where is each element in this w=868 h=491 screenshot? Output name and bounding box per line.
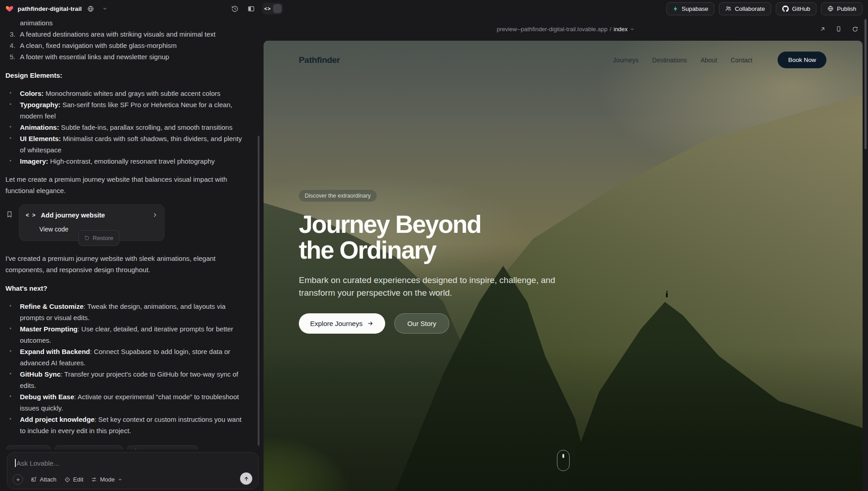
whats-next-heading: What's next? [5, 283, 250, 294]
explore-supabase-chip[interactable]: Explore Supabase [55, 445, 123, 449]
chat-input-box[interactable]: Attach Edit Mode [7, 452, 259, 489]
list-item: 3. A featured destinations area with str… [5, 28, 250, 40]
open-external-icon[interactable] [818, 25, 826, 33]
supabase-bolt-icon [673, 6, 679, 12]
refresh-icon[interactable] [851, 25, 859, 33]
restore-button[interactable]: Restore [84, 232, 113, 244]
list-item: 4. A clean, fixed navigation with subtle… [5, 40, 250, 51]
bookmark-icon[interactable] [6, 210, 13, 221]
scroll-indicator-mouse-icon [557, 450, 570, 471]
hero-subtitle: Embark on curated experiences designed t… [299, 274, 563, 299]
users-icon [725, 5, 731, 12]
arrow-right-icon [367, 320, 374, 327]
project-menu-chevron-down-icon[interactable] [100, 4, 110, 14]
book-now-button[interactable]: Book Now [778, 52, 826, 68]
preview-url[interactable]: preview--pathfinder-digital-trail.lovabl… [497, 26, 635, 33]
chat-scrollbar[interactable] [258, 136, 259, 446]
toggle-knob [273, 4, 282, 13]
bullet-item: • Master Prompting: Use clear, detailed,… [5, 323, 250, 346]
hiker-silhouette [666, 293, 668, 297]
visit-docs-chip[interactable]: Visit docs [6, 445, 51, 449]
design-elements-heading: Design Elements: [5, 70, 250, 81]
bullet-item: • Imagery: High-contrast, emotionally re… [5, 156, 250, 167]
attach-button[interactable]: Attach [31, 476, 57, 483]
ask-lovable-input[interactable] [17, 459, 207, 467]
mode-selector[interactable]: Mode [91, 476, 123, 483]
site-header: Pathfinder Journeys Destinations About C… [264, 41, 863, 68]
chat-panel: animations 3. A featured destinations ar… [0, 17, 264, 491]
bullet-item: • Colors: Monochromatic whites and grays… [5, 88, 250, 99]
bullet-item: • Expand with Backend: Connect Supabase … [5, 346, 250, 368]
assistant-paragraph: Let me create a premium journey website … [5, 174, 243, 196]
mobile-view-icon[interactable] [835, 25, 843, 33]
restore-preview-pill: Restore Preview [78, 230, 119, 246]
bullet-item: • Add project knowledge: Set key context… [5, 414, 250, 436]
project-name[interactable]: pathfinder-digital-trail [18, 5, 82, 12]
text-caret [15, 459, 16, 467]
site-logo[interactable]: Pathfinder [299, 55, 340, 65]
preview-toolbar: preview--pathfinder-digital-trail.lovabl… [264, 17, 868, 41]
graduation-cap-icon [132, 448, 139, 449]
bullet-item: • GitHub Sync: Transfer your project's c… [5, 368, 250, 391]
bullet-item: • Debug with Ease: Activate our experime… [5, 391, 250, 414]
arrow-up-right-icon [12, 449, 17, 449]
target-icon [64, 477, 71, 483]
bullet-item: • Refine & Customize: Tweak the design, … [5, 301, 250, 323]
edit-button[interactable]: Edit [64, 476, 83, 483]
nav-destinations[interactable]: Destinations [652, 57, 687, 64]
send-button[interactable] [240, 472, 252, 485]
code-brackets-icon: < > [26, 210, 36, 221]
nav-journeys[interactable]: Journeys [613, 57, 639, 64]
restore-icon [84, 235, 90, 241]
chevron-down-icon [118, 477, 123, 482]
chevron-down-icon [630, 27, 635, 32]
publish-button[interactable]: Publish [821, 2, 863, 15]
arrow-up-icon [243, 476, 250, 482]
sliders-icon [91, 477, 97, 483]
site-preview-frame: Pathfinder Journeys Destinations About C… [264, 41, 863, 491]
manage-knowledge-chip[interactable]: Manage knowledge [127, 445, 198, 449]
image-icon [31, 477, 37, 483]
hero-title: Journey Beyond the Ordinary [299, 212, 563, 263]
panel-layout-icon[interactable] [246, 4, 256, 14]
list-item: 5. A footer with essential links and new… [5, 51, 250, 62]
code-view-toggle[interactable]: <> [262, 3, 283, 14]
history-icon[interactable] [230, 4, 240, 14]
chevron-right-icon[interactable] [152, 210, 158, 221]
globe-status-icon [86, 4, 96, 14]
nav-contact[interactable]: Contact [731, 57, 752, 64]
app-topbar: pathfinder-digital-trail <> Sup [0, 0, 868, 17]
bullet-item: • Typography: San-serif fonts like SF Pr… [5, 99, 250, 122]
hero-section: Discover the extraordinary Journey Beyon… [299, 190, 563, 334]
code-brackets-icon: <> [262, 6, 273, 11]
github-icon [782, 5, 789, 12]
supabase-button[interactable]: Supabase [666, 2, 715, 15]
plus-icon [15, 477, 21, 482]
preview-scrollbar[interactable] [864, 19, 867, 149]
lovable-app-window: pathfinder-digital-trail <> Sup [0, 0, 868, 491]
chat-bubble-icon [60, 449, 66, 450]
our-story-button[interactable]: Our Story [394, 313, 449, 334]
chat-message-area[interactable]: animations 3. A featured destinations ar… [0, 17, 259, 449]
lovable-heart-logo-icon[interactable] [5, 5, 14, 13]
action-card-title: Add journey website [41, 210, 147, 221]
assistant-paragraph: I've created a premium journey website w… [5, 253, 243, 275]
bullet-item: • Animations: Subtle fade-ins, parallax … [5, 122, 250, 133]
edit-action-card[interactable]: < > Add journey website View code Restor… [19, 204, 165, 241]
nav-about[interactable]: About [701, 57, 717, 64]
add-button[interactable] [13, 474, 23, 485]
hero-badge: Discover the extraordinary [299, 190, 377, 202]
site-nav: Journeys Destinations About Contact Book… [613, 52, 826, 68]
bullet-item: • UI Elements: Minimalist cards with sof… [5, 133, 250, 156]
list-item-continuation: animations [5, 17, 250, 28]
publish-globe-icon [827, 5, 834, 12]
collaborate-button[interactable]: Collaborate [719, 2, 771, 15]
explore-journeys-button[interactable]: Explore Journeys [299, 313, 385, 334]
github-button[interactable]: GitHub [776, 2, 816, 15]
